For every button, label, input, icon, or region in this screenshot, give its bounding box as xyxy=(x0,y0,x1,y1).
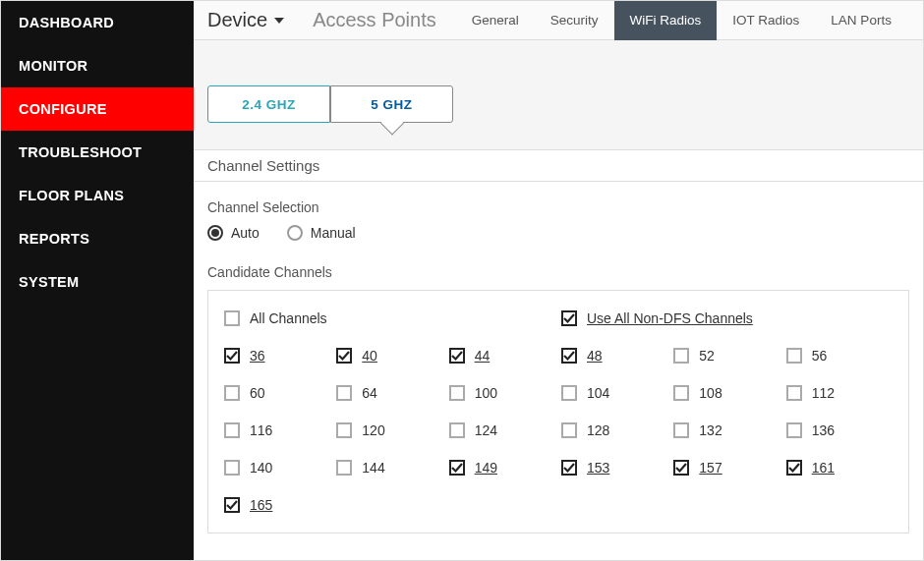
candidate-channels-label: Candidate Channels xyxy=(207,264,909,280)
tab-security[interactable]: Security xyxy=(535,1,614,40)
checkbox-label: 161 xyxy=(812,460,835,476)
radio-manual[interactable]: Manual xyxy=(287,225,356,241)
sidebar-item-dashboard[interactable]: DASHBOARD xyxy=(1,1,194,44)
checkbox-label: 124 xyxy=(475,422,497,438)
checkbox-label: 132 xyxy=(699,422,722,438)
checkbox-channel-120[interactable]: 120 xyxy=(336,422,448,438)
checkbox-label: Use All Non-DFS Channels xyxy=(587,310,753,326)
checkbox-label: 104 xyxy=(587,385,609,401)
checkbox-icon xyxy=(673,348,689,364)
checkbox-channel-36[interactable]: 36 xyxy=(224,348,336,364)
radio-label: Auto xyxy=(231,225,260,241)
channel-grid: 3640444852566064100104108112116120124128… xyxy=(218,348,898,513)
checkbox-label: 56 xyxy=(812,348,828,364)
candidate-top-row: All Channels Use All Non-DFS Channels xyxy=(218,310,898,326)
freq-tab-label: 2.4 GHZ xyxy=(242,97,296,112)
checkbox-all-channels[interactable]: All Channels xyxy=(224,310,561,326)
checkbox-icon xyxy=(673,460,689,476)
checkbox-label: 157 xyxy=(699,460,722,476)
radio-auto[interactable]: Auto xyxy=(207,225,260,241)
checkbox-channel-136[interactable]: 136 xyxy=(786,422,898,438)
checkbox-label: All Channels xyxy=(250,310,327,326)
checkbox-channel-132[interactable]: 132 xyxy=(673,422,785,438)
tab-iot-radios[interactable]: IOT Radios xyxy=(717,1,815,40)
checkbox-label: 140 xyxy=(250,460,272,476)
header: Device Access Points GeneralSecurityWiFi… xyxy=(194,1,923,40)
checkbox-label: 100 xyxy=(475,385,497,401)
checkbox-label: 60 xyxy=(250,385,265,401)
checkbox-channel-40[interactable]: 40 xyxy=(336,348,448,364)
checkbox-label: 44 xyxy=(475,348,491,364)
checkbox-channel-56[interactable]: 56 xyxy=(786,348,898,364)
caret-down-icon xyxy=(273,9,285,31)
sidebar-item-floor-plans[interactable]: FLOOR PLANS xyxy=(1,174,194,217)
checkbox-channel-165[interactable]: 165 xyxy=(224,497,336,513)
checkbox-icon xyxy=(786,460,802,476)
checkbox-channel-157[interactable]: 157 xyxy=(673,460,785,476)
checkbox-label: 116 xyxy=(250,422,272,438)
tab-lan-ports[interactable]: LAN Ports xyxy=(815,1,907,40)
checkbox-channel-52[interactable]: 52 xyxy=(673,348,785,364)
checkbox-channel-144[interactable]: 144 xyxy=(336,460,448,476)
checkbox-icon xyxy=(336,460,352,476)
checkbox-label: 153 xyxy=(587,460,609,476)
checkbox-icon xyxy=(561,385,577,401)
tab-wifi-radios[interactable]: WiFi Radios xyxy=(614,1,718,40)
checkbox-label: 52 xyxy=(699,348,715,364)
checkbox-label: 108 xyxy=(699,385,722,401)
checkbox-channel-44[interactable]: 44 xyxy=(449,348,561,364)
checkbox-channel-149[interactable]: 149 xyxy=(449,460,561,476)
checkbox-icon xyxy=(449,460,465,476)
checkbox-label: 149 xyxy=(475,460,497,476)
checkbox-channel-116[interactable]: 116 xyxy=(224,422,336,438)
checkbox-icon xyxy=(673,385,689,401)
checkbox-use-all-non-dfs-channels[interactable]: Use All Non-DFS Channels xyxy=(561,310,898,326)
radio-label: Manual xyxy=(311,225,356,241)
checkbox-channel-48[interactable]: 48 xyxy=(561,348,673,364)
page-title: Access Points xyxy=(313,9,436,31)
checkbox-icon xyxy=(224,348,240,364)
checkbox-channel-100[interactable]: 100 xyxy=(449,385,561,401)
checkbox-icon xyxy=(786,385,802,401)
checkbox-label: 144 xyxy=(362,460,384,476)
sidebar-item-system[interactable]: SYSTEM xyxy=(1,260,194,304)
checkbox-channel-104[interactable]: 104 xyxy=(561,385,673,401)
device-dropdown[interactable]: Device xyxy=(207,9,285,31)
checkbox-icon xyxy=(449,348,465,364)
checkbox-icon xyxy=(224,497,240,513)
checkbox-channel-153[interactable]: 153 xyxy=(561,460,673,476)
checkbox-label: 64 xyxy=(362,385,377,401)
checkbox-icon xyxy=(561,460,577,476)
checkbox-icon xyxy=(561,348,577,364)
checkbox-channel-64[interactable]: 64 xyxy=(336,385,448,401)
section-heading-label: Channel Settings xyxy=(207,157,319,174)
checkbox-channel-124[interactable]: 124 xyxy=(449,422,561,438)
sidebar-item-troubleshoot[interactable]: TROUBLESHOOT xyxy=(1,131,194,174)
checkbox-icon xyxy=(336,348,352,364)
checkbox-channel-60[interactable]: 60 xyxy=(224,385,336,401)
checkbox-label: 136 xyxy=(812,422,835,438)
checkbox-icon xyxy=(336,422,352,438)
sidebar-item-configure[interactable]: CONFIGURE xyxy=(1,87,194,131)
tab-general[interactable]: General xyxy=(456,1,535,40)
checkbox-label: 120 xyxy=(362,422,384,438)
sidebar-item-monitor[interactable]: MONITOR xyxy=(1,44,194,87)
checkbox-icon xyxy=(224,310,240,326)
checkbox-icon xyxy=(449,385,465,401)
checkbox-icon xyxy=(336,385,352,401)
checkbox-channel-140[interactable]: 140 xyxy=(224,460,336,476)
frequency-tabs: 2.4 GHZ 5 GHZ xyxy=(207,85,453,123)
freq-tab-label: 5 GHZ xyxy=(371,97,412,112)
freq-tab-5ghz[interactable]: 5 GHZ xyxy=(330,85,453,123)
section-heading: Channel Settings xyxy=(194,150,923,182)
checkbox-channel-108[interactable]: 108 xyxy=(673,385,785,401)
header-tabs: GeneralSecurityWiFi RadiosIOT RadiosLAN … xyxy=(456,1,907,40)
main-content: Channel Selection AutoManual Candidate C… xyxy=(194,182,923,560)
checkbox-channel-128[interactable]: 128 xyxy=(561,422,673,438)
sidebar-item-reports[interactable]: REPORTS xyxy=(1,217,194,260)
freq-tab-2-4ghz[interactable]: 2.4 GHZ xyxy=(207,85,330,123)
checkbox-channel-112[interactable]: 112 xyxy=(786,385,898,401)
checkbox-channel-161[interactable]: 161 xyxy=(786,460,898,476)
checkbox-icon xyxy=(449,422,465,438)
sidebar: DASHBOARDMONITORCONFIGURETROUBLESHOOTFLO… xyxy=(1,1,194,561)
